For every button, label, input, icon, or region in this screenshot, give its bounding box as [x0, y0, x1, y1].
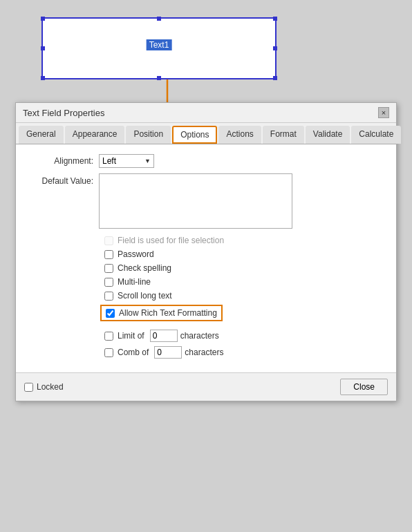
tab-actions[interactable]: Actions	[218, 126, 261, 144]
scroll-long-text-row: Scroll long text	[30, 291, 382, 301]
handle-tm[interactable]	[157, 17, 161, 21]
handle-br[interactable]	[273, 76, 277, 80]
file-selection-checkbox[interactable]	[104, 236, 113, 245]
rich-text-checkbox[interactable]	[106, 309, 115, 318]
comb-label: Comb of	[118, 348, 149, 357]
locked-checkbox[interactable]	[24, 383, 33, 392]
multi-line-label: Multi-line	[118, 277, 151, 287]
limit-row: Limit of characters	[30, 330, 382, 342]
check-spelling-row: Check spelling	[30, 263, 382, 273]
password-label: Password	[118, 249, 154, 259]
tab-validate[interactable]: Validate	[306, 126, 350, 144]
rich-text-label: Allow Rich Text Formatting	[119, 308, 217, 318]
tab-position[interactable]: Position	[126, 126, 171, 144]
text-field-properties-dialog: Text Field Properties × General Appearan…	[15, 102, 397, 401]
dialog-content: Alignment: Left ▼ Default Value: Field i…	[16, 144, 396, 372]
check-spelling-label: Check spelling	[118, 263, 171, 273]
password-row: Password	[30, 249, 382, 259]
comb-checkbox[interactable]	[104, 348, 113, 357]
alignment-dropdown[interactable]: Left ▼	[99, 154, 154, 168]
handle-ml[interactable]	[41, 46, 45, 50]
close-button[interactable]: Close	[340, 379, 388, 395]
dialog-footer: Locked Close	[16, 372, 396, 401]
password-checkbox[interactable]	[104, 250, 113, 259]
rich-text-highlighted-row: Allow Rich Text Formatting	[100, 305, 223, 321]
check-spelling-checkbox[interactable]	[104, 264, 113, 273]
file-selection-row: Field is used for file selection	[30, 236, 382, 245]
field-name-label: Text1	[147, 39, 172, 50]
comb-suffix: characters	[185, 348, 223, 357]
tab-options[interactable]: Options	[172, 126, 217, 144]
handle-bm[interactable]	[157, 76, 161, 80]
handle-bl[interactable]	[41, 76, 45, 80]
limit-label: Limit of	[118, 331, 144, 341]
tab-format[interactable]: Format	[263, 126, 304, 144]
default-value-input[interactable]	[99, 173, 292, 229]
handle-tr[interactable]	[273, 17, 277, 21]
handle-tl[interactable]	[41, 17, 45, 21]
locked-label: Locked	[37, 382, 64, 392]
alignment-value: Left	[102, 156, 116, 166]
scroll-long-text-label: Scroll long text	[118, 291, 172, 301]
default-value-label: Default Value:	[30, 173, 99, 186]
comb-value-input[interactable]	[154, 346, 182, 359]
limit-value-input[interactable]	[150, 330, 178, 342]
comb-row: Comb of characters	[30, 346, 382, 359]
chevron-down-icon: ▼	[144, 158, 151, 164]
dialog-titlebar: Text Field Properties ×	[16, 103, 396, 123]
canvas-area: Text1	[21, 7, 387, 97]
tab-calculate[interactable]: Calculate	[351, 126, 401, 144]
limit-checkbox[interactable]	[104, 332, 113, 341]
multi-line-checkbox[interactable]	[104, 278, 113, 287]
tab-general[interactable]: General	[19, 126, 64, 144]
handle-mr[interactable]	[273, 46, 277, 50]
limit-suffix: characters	[180, 331, 219, 341]
tabs-bar: General Appearance Position Options Acti…	[16, 123, 396, 144]
alignment-row: Alignment: Left ▼	[30, 154, 382, 168]
scroll-long-text-checkbox[interactable]	[104, 292, 113, 301]
text-field-box[interactable]: Text1	[41, 17, 277, 79]
close-icon: ×	[382, 108, 386, 117]
dialog-close-button[interactable]: ×	[378, 107, 389, 118]
multi-line-row: Multi-line	[30, 277, 382, 287]
file-selection-label: Field is used for file selection	[118, 236, 224, 245]
dialog-title: Text Field Properties	[23, 108, 105, 118]
locked-row: Locked	[24, 382, 64, 392]
tab-appearance[interactable]: Appearance	[65, 126, 125, 144]
default-value-area: Default Value:	[30, 173, 382, 229]
alignment-label: Alignment:	[30, 156, 99, 166]
